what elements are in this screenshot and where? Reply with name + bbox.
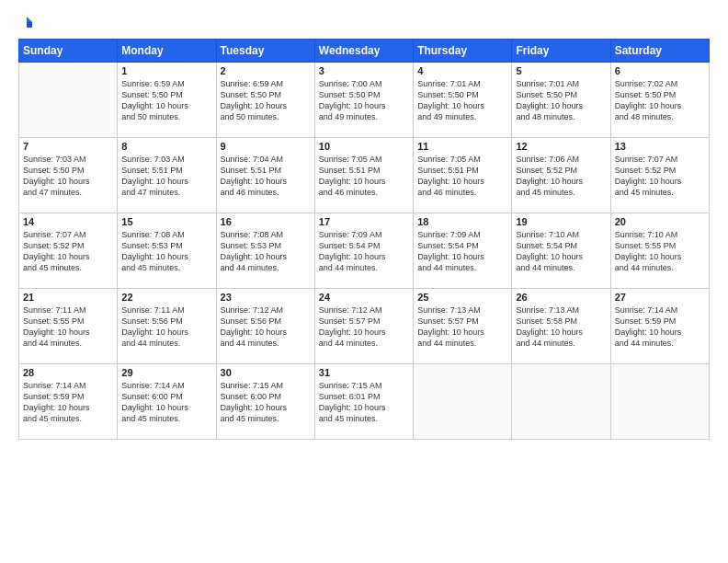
day-number: 4: [417, 65, 507, 76]
day-info: Sunrise: 7:14 AM Sunset: 5:59 PM Dayligh…: [23, 380, 113, 425]
day-info: Sunrise: 7:08 AM Sunset: 5:53 PM Dayligh…: [121, 229, 211, 274]
day-number: 27: [615, 292, 705, 303]
day-number: 24: [319, 292, 409, 303]
day-number: 23: [221, 292, 311, 303]
calendar-day-cell: 4Sunrise: 7:01 AM Sunset: 5:50 PM Daylig…: [414, 63, 512, 138]
calendar-day-cell: 14Sunrise: 7:07 AM Sunset: 5:52 PM Dayli…: [19, 213, 118, 289]
day-info: Sunrise: 7:15 AM Sunset: 6:01 PM Dayligh…: [319, 380, 409, 425]
page: SundayMondayTuesdayWednesdayThursdayFrid…: [0, 0, 728, 563]
day-info: Sunrise: 7:11 AM Sunset: 5:56 PM Dayligh…: [121, 304, 211, 350]
calendar-day-cell: 26Sunrise: 7:13 AM Sunset: 5:58 PM Dayli…: [512, 289, 610, 364]
day-info: Sunrise: 7:13 AM Sunset: 5:57 PM Dayligh…: [417, 304, 507, 350]
day-number: 13: [615, 141, 705, 152]
day-number: 16: [221, 216, 311, 227]
calendar-day-cell: 8Sunrise: 7:03 AM Sunset: 5:51 PM Daylig…: [118, 138, 216, 213]
day-info: Sunrise: 7:10 AM Sunset: 5:54 PM Dayligh…: [516, 229, 606, 274]
day-info: Sunrise: 7:05 AM Sunset: 5:51 PM Dayligh…: [417, 154, 507, 199]
weekday-header: Friday: [512, 40, 610, 63]
header: [18, 15, 710, 29]
calendar-day-cell: 3Sunrise: 7:00 AM Sunset: 5:50 PM Daylig…: [314, 63, 413, 138]
calendar-day-cell: 25Sunrise: 7:13 AM Sunset: 5:57 PM Dayli…: [414, 289, 512, 364]
calendar-day-cell: 10Sunrise: 7:05 AM Sunset: 5:51 PM Dayli…: [314, 138, 413, 213]
calendar-day-cell: 30Sunrise: 7:15 AM Sunset: 6:00 PM Dayli…: [216, 364, 314, 440]
calendar-day-cell: 1Sunrise: 6:59 AM Sunset: 5:50 PM Daylig…: [118, 63, 216, 138]
day-info: Sunrise: 7:15 AM Sunset: 6:00 PM Dayligh…: [221, 380, 311, 425]
calendar-day-cell: 23Sunrise: 7:12 AM Sunset: 5:56 PM Dayli…: [216, 289, 314, 364]
day-info: Sunrise: 7:08 AM Sunset: 5:53 PM Dayligh…: [221, 229, 311, 274]
logo: [18, 15, 35, 29]
calendar-week-row: 21Sunrise: 7:11 AM Sunset: 5:55 PM Dayli…: [19, 289, 710, 364]
logo-text: [18, 15, 35, 29]
day-info: Sunrise: 6:59 AM Sunset: 5:50 PM Dayligh…: [221, 78, 311, 123]
day-number: 28: [23, 367, 113, 378]
calendar-day-cell: 15Sunrise: 7:08 AM Sunset: 5:53 PM Dayli…: [118, 213, 216, 289]
calendar-day-cell: 24Sunrise: 7:12 AM Sunset: 5:57 PM Dayli…: [314, 289, 413, 364]
day-number: 20: [615, 216, 705, 227]
day-info: Sunrise: 7:11 AM Sunset: 5:55 PM Dayligh…: [23, 304, 113, 350]
logo-icon: [19, 15, 34, 29]
day-number: 3: [319, 65, 409, 76]
weekday-header: Wednesday: [314, 40, 413, 63]
day-info: Sunrise: 7:01 AM Sunset: 5:50 PM Dayligh…: [516, 78, 606, 123]
weekday-header: Saturday: [610, 40, 709, 63]
calendar-day-cell: 16Sunrise: 7:08 AM Sunset: 5:53 PM Dayli…: [216, 213, 314, 289]
day-number: 29: [121, 367, 211, 378]
calendar-day-cell: 27Sunrise: 7:14 AM Sunset: 5:59 PM Dayli…: [610, 289, 709, 364]
day-number: 9: [221, 141, 311, 152]
calendar-day-cell: 18Sunrise: 7:09 AM Sunset: 5:54 PM Dayli…: [414, 213, 512, 289]
day-info: Sunrise: 7:09 AM Sunset: 5:54 PM Dayligh…: [417, 229, 507, 274]
calendar-table: SundayMondayTuesdayWednesdayThursdayFrid…: [18, 39, 710, 440]
day-number: 15: [121, 216, 211, 227]
calendar-day-cell: 5Sunrise: 7:01 AM Sunset: 5:50 PM Daylig…: [512, 63, 610, 138]
day-info: Sunrise: 7:12 AM Sunset: 5:57 PM Dayligh…: [319, 304, 409, 350]
calendar-day-cell: 11Sunrise: 7:05 AM Sunset: 5:51 PM Dayli…: [414, 138, 512, 213]
day-number: 12: [516, 141, 606, 152]
svg-marker-0: [27, 17, 32, 22]
day-info: Sunrise: 7:12 AM Sunset: 5:56 PM Dayligh…: [221, 304, 311, 350]
weekday-header: Monday: [118, 40, 216, 63]
day-number: 7: [23, 141, 113, 152]
calendar-day-cell: [414, 364, 512, 440]
calendar-day-cell: 22Sunrise: 7:11 AM Sunset: 5:56 PM Dayli…: [118, 289, 216, 364]
calendar-day-cell: 7Sunrise: 7:03 AM Sunset: 5:50 PM Daylig…: [19, 138, 118, 213]
day-info: Sunrise: 7:00 AM Sunset: 5:50 PM Dayligh…: [319, 78, 409, 123]
day-info: Sunrise: 7:06 AM Sunset: 5:52 PM Dayligh…: [516, 154, 606, 199]
calendar-day-cell: 20Sunrise: 7:10 AM Sunset: 5:55 PM Dayli…: [610, 213, 709, 289]
day-info: Sunrise: 7:07 AM Sunset: 5:52 PM Dayligh…: [23, 229, 113, 274]
day-info: Sunrise: 7:04 AM Sunset: 5:51 PM Dayligh…: [221, 154, 311, 199]
calendar-day-cell: 12Sunrise: 7:06 AM Sunset: 5:52 PM Dayli…: [512, 138, 610, 213]
day-number: 31: [319, 367, 409, 378]
day-info: Sunrise: 7:01 AM Sunset: 5:50 PM Dayligh…: [417, 78, 507, 123]
day-number: 17: [319, 216, 409, 227]
day-number: 10: [319, 141, 409, 152]
calendar-day-cell: 19Sunrise: 7:10 AM Sunset: 5:54 PM Dayli…: [512, 213, 610, 289]
calendar-day-cell: 6Sunrise: 7:02 AM Sunset: 5:50 PM Daylig…: [610, 63, 709, 138]
day-info: Sunrise: 7:14 AM Sunset: 5:59 PM Dayligh…: [615, 304, 705, 350]
calendar-day-cell: 13Sunrise: 7:07 AM Sunset: 5:52 PM Dayli…: [610, 138, 709, 213]
day-number: 22: [121, 292, 211, 303]
day-info: Sunrise: 7:09 AM Sunset: 5:54 PM Dayligh…: [319, 229, 409, 274]
calendar-day-cell: 31Sunrise: 7:15 AM Sunset: 6:01 PM Dayli…: [314, 364, 413, 440]
day-info: Sunrise: 7:13 AM Sunset: 5:58 PM Dayligh…: [516, 304, 606, 350]
day-number: 1: [121, 65, 211, 76]
day-number: 11: [417, 141, 507, 152]
calendar-day-cell: 28Sunrise: 7:14 AM Sunset: 5:59 PM Dayli…: [19, 364, 118, 440]
weekday-header: Sunday: [19, 40, 118, 63]
day-number: 18: [417, 216, 507, 227]
day-number: 14: [23, 216, 113, 227]
calendar-day-cell: 9Sunrise: 7:04 AM Sunset: 5:51 PM Daylig…: [216, 138, 314, 213]
calendar-day-cell: [19, 63, 118, 138]
calendar-day-cell: 29Sunrise: 7:14 AM Sunset: 6:00 PM Dayli…: [118, 364, 216, 440]
day-number: 2: [221, 65, 311, 76]
calendar-day-cell: [610, 364, 709, 440]
calendar-day-cell: 17Sunrise: 7:09 AM Sunset: 5:54 PM Dayli…: [314, 213, 413, 289]
calendar-day-cell: 21Sunrise: 7:11 AM Sunset: 5:55 PM Dayli…: [19, 289, 118, 364]
day-number: 6: [615, 65, 705, 76]
calendar-week-row: 7Sunrise: 7:03 AM Sunset: 5:50 PM Daylig…: [19, 138, 710, 213]
day-info: Sunrise: 7:05 AM Sunset: 5:51 PM Dayligh…: [319, 154, 409, 199]
calendar-day-cell: 2Sunrise: 6:59 AM Sunset: 5:50 PM Daylig…: [216, 63, 314, 138]
day-info: Sunrise: 7:03 AM Sunset: 5:50 PM Dayligh…: [23, 154, 113, 199]
weekday-header: Thursday: [414, 40, 512, 63]
day-number: 30: [221, 367, 311, 378]
calendar-week-row: 28Sunrise: 7:14 AM Sunset: 5:59 PM Dayli…: [19, 364, 710, 440]
